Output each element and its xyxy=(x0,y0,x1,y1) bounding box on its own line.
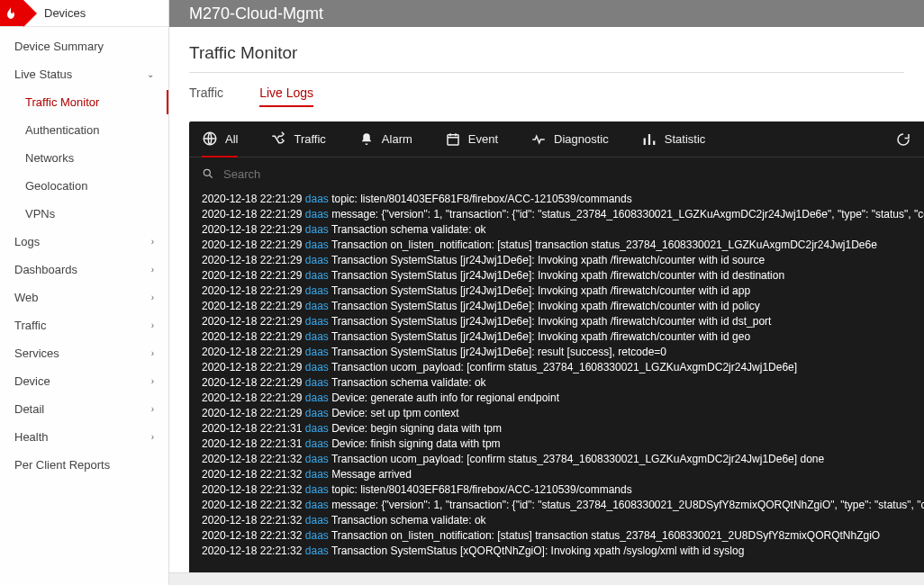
log-search xyxy=(189,158,924,190)
nav-device-summary[interactable]: Device Summary xyxy=(0,32,168,60)
log-tab-alarm[interactable]: Alarm xyxy=(358,122,412,157)
svg-point-2 xyxy=(204,169,210,176)
bottom-scrollbar[interactable] xyxy=(169,572,924,585)
log-tab-alarm-label: Alarm xyxy=(382,132,412,146)
log-line: 2020-12-18 22:21:29 daas Transaction on_… xyxy=(202,238,924,253)
svg-rect-1 xyxy=(448,134,458,144)
nav-web[interactable]: Web› xyxy=(0,284,168,311)
tab-live-logs[interactable]: Live Logs xyxy=(259,86,313,107)
log-line: 2020-12-18 22:21:32 daas topic: listen/8… xyxy=(202,482,924,498)
refresh-icon xyxy=(895,131,911,148)
log-list[interactable]: 2020-12-18 22:21:29 daas topic: listen/8… xyxy=(189,190,924,572)
heartbeat-icon xyxy=(530,131,547,148)
main: M270-Cloud-Mgmt Traffic Monitor Traffic … xyxy=(169,0,924,585)
log-tab-all-label: All xyxy=(225,132,238,146)
log-line: 2020-12-18 22:21:32 daas Transaction on_… xyxy=(202,528,924,544)
log-filter-tabs: All Traffic Alarm Event Diagnostic xyxy=(189,122,924,158)
log-line: 2020-12-18 22:21:31 daas Device: finish … xyxy=(202,436,924,452)
sidebar: Devices Device Summary Live Status⌄ Traf… xyxy=(0,0,169,585)
nav-traffic[interactable]: Traffic› xyxy=(0,311,168,339)
search-icon xyxy=(202,167,214,180)
page-title-bar: M270-Cloud-Mgmt xyxy=(169,0,924,27)
log-tab-diagnostic-label: Diagnostic xyxy=(554,132,609,146)
logo-arrow xyxy=(23,0,37,27)
log-line: 2020-12-18 22:21:29 daas Transaction uco… xyxy=(202,360,924,375)
nav-per-client-reports[interactable]: Per Client Reports xyxy=(0,451,168,479)
chevron-right-icon: › xyxy=(151,376,154,386)
log-line: 2020-12-18 22:21:29 daas Device: set up … xyxy=(202,406,924,421)
tab-traffic[interactable]: Traffic xyxy=(189,86,223,107)
log-line: 2020-12-18 22:21:29 daas Transaction sch… xyxy=(202,222,924,238)
log-tab-all[interactable]: All xyxy=(202,122,238,158)
log-line: 2020-12-18 22:21:29 daas Transaction Sys… xyxy=(202,329,924,345)
sidebar-top: Devices xyxy=(0,0,168,27)
chevron-right-icon: › xyxy=(151,404,154,414)
nav-traffic-monitor[interactable]: Traffic Monitor xyxy=(0,88,168,116)
log-line: 2020-12-18 22:21:29 daas Transaction Sys… xyxy=(202,299,924,314)
nav-authentication[interactable]: Authentication xyxy=(0,116,168,144)
nav-dashboards[interactable]: Dashboards› xyxy=(0,256,168,284)
log-line: 2020-12-18 22:21:31 daas Device: begin s… xyxy=(202,421,924,436)
nav-geolocation[interactable]: Geolocation xyxy=(0,172,168,200)
nav-logs[interactable]: Logs› xyxy=(0,228,168,256)
log-tab-statistic-label: Statistic xyxy=(665,132,706,146)
chevron-right-icon: › xyxy=(151,265,154,274)
chevron-right-icon: › xyxy=(151,237,154,247)
chevron-down-icon: ⌄ xyxy=(147,69,154,79)
log-line: 2020-12-18 22:21:32 daas Transaction sch… xyxy=(202,513,924,528)
search-input[interactable] xyxy=(223,167,911,181)
log-line: 2020-12-18 22:21:29 daas Transaction Sys… xyxy=(202,314,924,329)
content-tabs: Traffic Live Logs xyxy=(169,73,924,107)
nav-detail[interactable]: Detail› xyxy=(0,395,168,423)
calendar-icon xyxy=(445,131,461,148)
chevron-right-icon: › xyxy=(151,348,154,358)
log-line: 2020-12-18 22:21:29 daas Transaction Sys… xyxy=(202,345,924,360)
refresh-button[interactable] xyxy=(895,131,911,150)
log-line: 2020-12-18 22:21:29 daas message: {"vers… xyxy=(202,207,924,222)
nav-services[interactable]: Services› xyxy=(0,339,168,367)
log-line: 2020-12-18 22:21:29 daas Transaction Sys… xyxy=(202,284,924,299)
bar-chart-icon xyxy=(641,131,657,148)
log-line: 2020-12-18 22:21:29 daas Device: generat… xyxy=(202,391,924,406)
nav-networks[interactable]: Networks xyxy=(0,144,168,172)
log-line: 2020-12-18 22:21:32 daas message: {"vers… xyxy=(202,498,924,513)
logo[interactable] xyxy=(0,0,23,26)
log-line: 2020-12-18 22:21:29 daas topic: listen/8… xyxy=(202,192,924,207)
log-tab-traffic[interactable]: Traffic xyxy=(270,122,325,157)
log-tab-statistic[interactable]: Statistic xyxy=(641,122,706,157)
chevron-right-icon: › xyxy=(151,292,154,302)
section-title: Traffic Monitor xyxy=(189,43,904,73)
log-tab-event-label: Event xyxy=(468,132,498,146)
breadcrumb[interactable]: Devices xyxy=(37,0,86,26)
log-line: 2020-12-18 22:21:32 daas Transaction uco… xyxy=(202,452,924,467)
nav-vpns[interactable]: VPNs xyxy=(0,200,168,228)
log-line: 2020-12-18 22:21:32 daas Transaction Sys… xyxy=(202,544,924,559)
log-line: 2020-12-18 22:21:32 daas Message arrived xyxy=(202,467,924,482)
log-panel: All Traffic Alarm Event Diagnostic xyxy=(189,122,924,572)
log-line: 2020-12-18 22:21:29 daas Transaction Sys… xyxy=(202,268,924,284)
flame-icon xyxy=(4,6,18,21)
log-line: 2020-12-18 22:21:29 daas Transaction Sys… xyxy=(202,253,924,268)
log-line: 2020-12-18 22:21:29 daas Transaction sch… xyxy=(202,375,924,391)
page-head: Traffic Monitor xyxy=(169,27,924,73)
bell-icon xyxy=(358,131,375,148)
shuffle-icon xyxy=(270,131,286,148)
log-tab-diagnostic[interactable]: Diagnostic xyxy=(530,122,609,157)
log-tab-traffic-label: Traffic xyxy=(294,132,325,146)
log-tab-event[interactable]: Event xyxy=(445,122,498,157)
nav-device[interactable]: Device› xyxy=(0,367,168,395)
globe-icon xyxy=(202,130,218,147)
chevron-right-icon: › xyxy=(151,320,154,330)
nav: Device Summary Live Status⌄ Traffic Moni… xyxy=(0,27,168,479)
chevron-right-icon: › xyxy=(151,432,154,442)
nav-live-status[interactable]: Live Status⌄ xyxy=(0,60,168,88)
nav-health[interactable]: Health› xyxy=(0,423,168,451)
